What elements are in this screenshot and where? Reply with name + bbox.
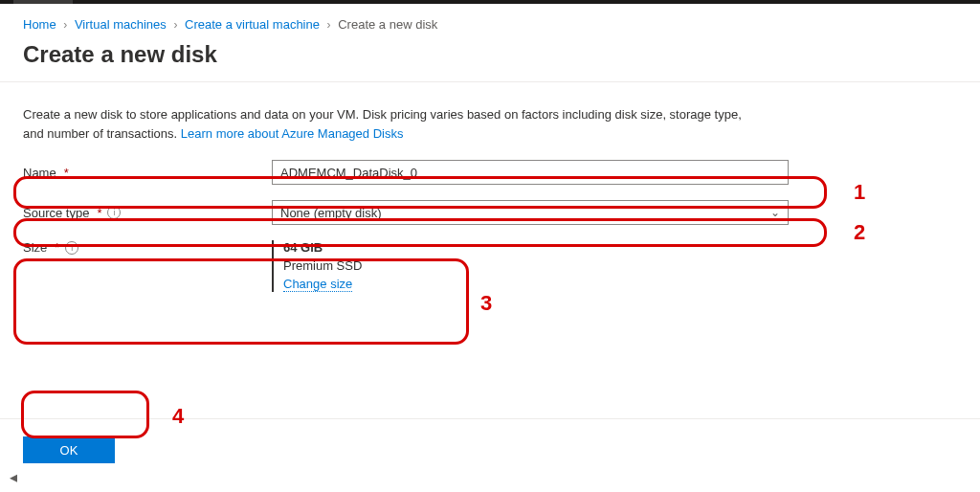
breadcrumb-create-vm[interactable]: Create a virtual machine: [185, 17, 320, 32]
required-indicator: *: [55, 240, 59, 255]
change-size-link[interactable]: Change size: [283, 277, 352, 292]
size-tier: Premium SSD: [283, 258, 362, 273]
info-icon[interactable]: i: [107, 206, 121, 219]
field-row-size: Size* i 64 GiB Premium SSD Change size: [23, 240, 957, 292]
name-label-text: Name: [23, 166, 56, 180]
ok-button[interactable]: OK: [23, 436, 115, 463]
size-label: Size* i: [23, 240, 272, 255]
source-type-select[interactable]: None (empty disk) ⌄: [272, 200, 789, 225]
page-title: Create a new disk: [0, 41, 980, 81]
name-label: Name*: [23, 166, 272, 180]
footer-bar: OK: [0, 418, 980, 463]
source-type-label-text: Source type: [23, 206, 89, 220]
chevron-right-icon: ›: [173, 18, 177, 32]
divider: [0, 81, 980, 82]
breadcrumb-virtual-machines[interactable]: Virtual machines: [75, 17, 167, 32]
name-input[interactable]: [272, 160, 789, 185]
learn-more-link[interactable]: Learn more about Azure Managed Disks: [181, 126, 404, 141]
breadcrumb-current: Create a new disk: [338, 17, 437, 32]
required-indicator: *: [97, 206, 101, 220]
source-type-label: Source type* i: [23, 206, 272, 220]
breadcrumb-home[interactable]: Home: [23, 17, 56, 32]
scroll-left-icon[interactable]: ◂: [10, 468, 17, 486]
field-row-source-type: Source type* i None (empty disk) ⌄: [23, 200, 957, 225]
chevron-down-icon: ⌄: [770, 206, 780, 219]
chevron-right-icon: ›: [63, 18, 67, 32]
description-text: Create a new disk to store applications …: [0, 105, 785, 143]
annotation-number-3: 3: [480, 291, 492, 316]
chevron-right-icon: ›: [327, 18, 331, 32]
breadcrumb: Home › Virtual machines › Create a virtu…: [0, 4, 980, 41]
source-type-value: None (empty disk): [280, 206, 770, 220]
field-row-name: Name*: [23, 160, 957, 185]
required-indicator: *: [64, 166, 69, 180]
info-icon[interactable]: i: [65, 241, 78, 255]
size-values: 64 GiB Premium SSD Change size: [272, 240, 362, 292]
size-gib: 64 GiB: [283, 240, 362, 255]
size-label-text: Size: [23, 240, 47, 255]
